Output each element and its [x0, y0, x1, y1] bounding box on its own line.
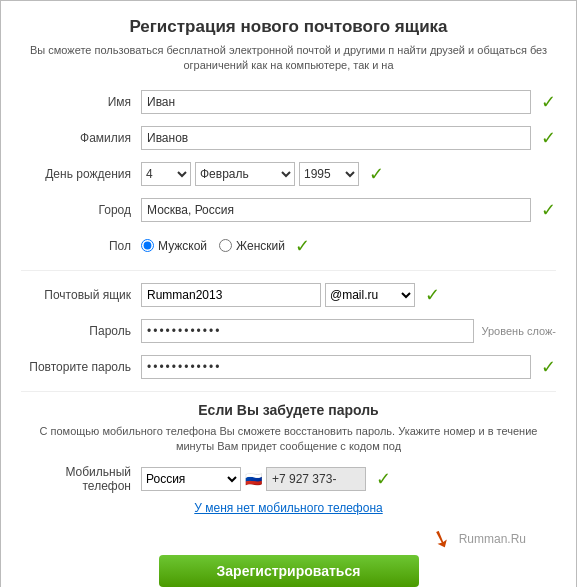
- dob-month-select[interactable]: Февраль: [195, 162, 295, 186]
- name-checkmark: ✓: [541, 91, 556, 113]
- city-checkmark: ✓: [541, 199, 556, 221]
- phone-country-select[interactable]: Россия: [141, 467, 241, 491]
- gender-female-label[interactable]: Женский: [219, 239, 285, 253]
- recovery-desc: С помощью мобильного телефона Вы сможете…: [21, 424, 556, 455]
- arrow-row: ➘ Rumman.Ru: [21, 525, 556, 553]
- divider-1: [21, 270, 556, 271]
- phone-number-text: +7 927 373-: [272, 472, 336, 486]
- page-title: Регистрация нового почтового ящика: [21, 17, 556, 37]
- gender-row: Пол Мужской Женский ✓: [21, 232, 556, 260]
- page-subtitle: Вы сможете пользоваться бесплатной элект…: [21, 43, 556, 74]
- gender-female-radio[interactable]: [219, 239, 232, 252]
- recovery-title: Если Вы забудете пароль: [21, 402, 556, 418]
- phone-fields: Россия 🇷🇺 +7 927 373-: [141, 467, 366, 491]
- register-button[interactable]: Зарегистрироваться: [159, 555, 419, 587]
- email-row: Почтовый ящик @mail.ru ✓: [21, 281, 556, 309]
- email-checkmark: ✓: [425, 284, 440, 306]
- city-control: ✓: [141, 198, 556, 222]
- phone-checkmark: ✓: [376, 468, 391, 490]
- email-domain-select[interactable]: @mail.ru: [325, 283, 415, 307]
- phone-number-display: +7 927 373-: [266, 467, 366, 491]
- phone-label: Мобильный телефон: [21, 465, 141, 493]
- watermark: Rumman.Ru: [459, 532, 526, 546]
- dob-fields: 4 Февраль 1995: [141, 162, 359, 186]
- surname-checkmark: ✓: [541, 127, 556, 149]
- city-input[interactable]: [141, 198, 531, 222]
- no-phone-link[interactable]: У меня нет мобильного телефона: [21, 501, 556, 515]
- email-fields: @mail.ru: [141, 283, 415, 307]
- phone-flag-icon: 🇷🇺: [245, 471, 262, 487]
- arrow-icon: ➘: [426, 522, 454, 555]
- gender-male-text: Мужской: [158, 239, 207, 253]
- confirm-password-input[interactable]: [141, 355, 531, 379]
- registration-form: Регистрация нового почтового ящика Вы см…: [0, 0, 577, 587]
- password-hint: Уровень слож-: [482, 325, 557, 337]
- password-input[interactable]: [141, 319, 474, 343]
- gender-male-radio[interactable]: [141, 239, 154, 252]
- email-label: Почтовый ящик: [21, 288, 141, 302]
- confirm-password-label: Повторите пароль: [21, 360, 141, 374]
- gender-checkmark: ✓: [295, 235, 310, 257]
- divider-2: [21, 391, 556, 392]
- email-input[interactable]: [141, 283, 321, 307]
- city-label: Город: [21, 203, 141, 217]
- password-row: Пароль Уровень слож-: [21, 317, 556, 345]
- dob-row: День рождения 4 Февраль 1995 ✓: [21, 160, 556, 188]
- gender-label: Пол: [21, 239, 141, 253]
- email-control: @mail.ru ✓: [141, 283, 556, 307]
- gender-radio-group: Мужской Женский: [141, 239, 285, 253]
- name-control: ✓: [141, 90, 556, 114]
- confirm-password-control: ✓: [141, 355, 556, 379]
- confirm-password-checkmark: ✓: [541, 356, 556, 378]
- city-row: Город ✓: [21, 196, 556, 224]
- password-control: Уровень слож-: [141, 319, 556, 343]
- confirm-password-row: Повторите пароль ✓: [21, 353, 556, 381]
- dob-year-select[interactable]: 1995: [299, 162, 359, 186]
- gender-control: Мужской Женский ✓: [141, 235, 556, 257]
- phone-row: Мобильный телефон Россия 🇷🇺 +7 927 373- …: [21, 465, 556, 493]
- surname-input[interactable]: [141, 126, 531, 150]
- name-input[interactable]: [141, 90, 531, 114]
- surname-row: Фамилия ✓: [21, 124, 556, 152]
- surname-control: ✓: [141, 126, 556, 150]
- gender-female-text: Женский: [236, 239, 285, 253]
- name-row: Имя ✓: [21, 88, 556, 116]
- name-label: Имя: [21, 95, 141, 109]
- dob-day-select[interactable]: 4: [141, 162, 191, 186]
- dob-control: 4 Февраль 1995 ✓: [141, 162, 556, 186]
- password-label: Пароль: [21, 324, 141, 338]
- phone-control: Россия 🇷🇺 +7 927 373- ✓: [141, 467, 556, 491]
- surname-label: Фамилия: [21, 131, 141, 145]
- dob-checkmark: ✓: [369, 163, 384, 185]
- gender-male-label[interactable]: Мужской: [141, 239, 207, 253]
- dob-label: День рождения: [21, 167, 141, 181]
